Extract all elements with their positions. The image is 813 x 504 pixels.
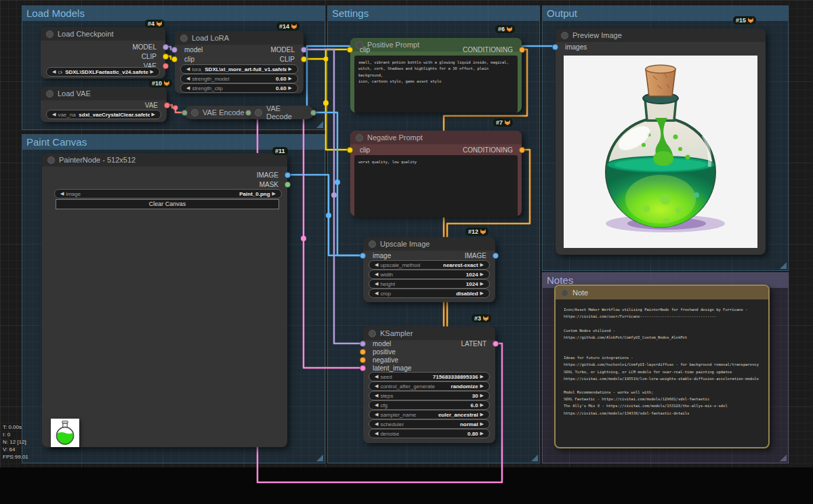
prompt-textarea[interactable]: small, vibrant potion bottle with a glow…	[354, 56, 518, 112]
collapse-dot[interactable]	[561, 289, 568, 297]
group-header[interactable]: Settings	[328, 6, 539, 21]
prev-value-arrow[interactable]: ◀	[375, 291, 378, 296]
widget-crop[interactable]: ◀ crop disabled ▶	[369, 289, 490, 298]
decrement-arrow[interactable]: ◀	[375, 402, 378, 408]
node-upscale-image[interactable]: Upscale Image image IMAGE ◀ upscale_meth…	[363, 237, 495, 302]
widget-steps[interactable]: ◀ steps 30 ▶	[369, 391, 490, 400]
port-negative-input[interactable]	[360, 357, 366, 363]
widget-cfg[interactable]: ◀ cfg 6.0 ▶	[369, 400, 490, 410]
port-image-input[interactable]	[360, 253, 366, 259]
widget-control-after-generate[interactable]: ◀ control_after_generate randomize ▶	[369, 381, 490, 391]
increment-arrow[interactable]: ▶	[480, 393, 484, 398]
port-clip-input[interactable]	[347, 147, 353, 153]
node-titlebar[interactable]: KSampler	[363, 327, 495, 340]
widget-sampler-name[interactable]: ◀ sampler_name euler_ancestral ▶	[369, 410, 490, 419]
node-ksampler[interactable]: KSampler model positive negative latent_…	[363, 327, 495, 443]
decrement-arrow[interactable]: ◀	[375, 281, 378, 287]
node-negative-prompt[interactable]: Negative Prompt clip CONDITIONING worst …	[350, 131, 522, 216]
widget-width[interactable]: ◀ width 1024 ▶	[369, 270, 490, 279]
widget-strength-model[interactable]: ◀ strength_model 0.60 ▶	[180, 74, 298, 83]
increment-arrow[interactable]: ▶	[480, 402, 484, 408]
decrement-arrow[interactable]: ◀	[375, 393, 378, 398]
collapse-dot[interactable]	[561, 32, 568, 39]
port-clip-input[interactable]	[171, 56, 178, 62]
node-graph-canvas[interactable]: Load Models Paint Canvas Settings Output…	[0, 0, 813, 504]
node-positive-prompt[interactable]: Positive Prompt clip CONDITIONING small,…	[350, 38, 522, 112]
increment-arrow[interactable]: ▶	[289, 76, 292, 81]
widget-denoise[interactable]: ◀ denoise 0.80 ▶	[369, 429, 490, 438]
collapse-dot[interactable]	[369, 240, 376, 248]
increment-arrow[interactable]: ▶	[480, 272, 484, 277]
widget-scheduler[interactable]: ◀ scheduler normal ▶	[369, 419, 490, 429]
group-resize-handle[interactable]	[780, 455, 787, 461]
widget-seed[interactable]: ◀ seed 715683338895336 ▶	[369, 372, 490, 381]
decrement-arrow[interactable]: ◀	[186, 76, 190, 81]
port-vae-output[interactable]	[164, 102, 170, 108]
increment-arrow[interactable]: ▶	[480, 374, 484, 379]
next-value-arrow[interactable]: ▶	[480, 262, 484, 268]
port-model-input[interactable]	[360, 341, 366, 347]
collapse-dot[interactable]	[46, 30, 54, 38]
port-latent-output[interactable]	[493, 341, 499, 347]
port-mask-output[interactable]	[285, 182, 291, 188]
port-image-output[interactable]	[493, 253, 499, 259]
port-model-output[interactable]	[301, 47, 307, 53]
prev-value-arrow[interactable]: ◀	[375, 421, 378, 427]
group-resize-handle[interactable]	[316, 121, 323, 128]
group-header[interactable]: Load Models	[22, 6, 325, 21]
prev-value-arrow[interactable]: ◀	[60, 191, 64, 196]
clear-canvas-button[interactable]: Clear Canvas	[56, 199, 279, 209]
next-value-arrow[interactable]: ▶	[480, 421, 484, 427]
next-value-arrow[interactable]: ▶	[152, 112, 155, 117]
group-resize-handle[interactable]	[780, 262, 787, 269]
node-preview-image[interactable]: Preview Image images	[556, 28, 766, 255]
group-resize-handle[interactable]	[316, 455, 323, 461]
port-images-input[interactable]	[552, 44, 558, 50]
widget-upscale-method[interactable]: ◀ upscale_method nearest-exact ▶	[369, 260, 490, 270]
widget-image-file[interactable]: ◀ image Paint_0.png ▶	[54, 189, 282, 198]
port-image-output[interactable]	[285, 172, 291, 178]
collapse-dot[interactable]	[47, 156, 55, 164]
widget-strength-clip[interactable]: ◀ strength_clip 0.60 ▶	[180, 83, 298, 93]
next-value-arrow[interactable]: ▶	[289, 66, 292, 72]
collapse-dot[interactable]	[46, 90, 54, 98]
node-vae-decode[interactable]: VAE Decode	[248, 106, 314, 119]
widget-vae-name[interactable]: ◀ vae_nam sdxl_vaeCrystalClear.safetenso…	[46, 110, 161, 119]
node-titlebar[interactable]: Load VAE	[41, 87, 167, 100]
node-load-lora[interactable]: Load LoRA model clip MODEL CLIP ◀ lora_ …	[175, 31, 304, 93]
port-vae-output[interactable]	[163, 63, 169, 69]
prev-value-arrow[interactable]: ◀	[375, 383, 378, 389]
increment-arrow[interactable]: ▶	[480, 431, 484, 436]
node-titlebar[interactable]: Negative Prompt	[350, 131, 522, 144]
prev-value-arrow[interactable]: ◀	[375, 262, 378, 268]
port-clip-output[interactable]	[163, 54, 169, 60]
port-model-output[interactable]	[163, 44, 169, 50]
port-model-input[interactable]	[171, 47, 178, 53]
note-text[interactable]: Icon/Asset Maker Workflow utilizing Pain…	[560, 302, 764, 443]
port-conditioning-output[interactable]	[519, 147, 525, 153]
prev-value-arrow[interactable]: ◀	[375, 412, 378, 417]
port-clip-input[interactable]	[347, 47, 353, 53]
next-value-arrow[interactable]: ▶	[480, 412, 484, 417]
port-latent-image-input[interactable]	[360, 365, 366, 371]
port-conditioning-output[interactable]	[519, 47, 525, 53]
node-titlebar[interactable]: Preview Image	[556, 28, 766, 42]
node-titlebar[interactable]: Load LoRA	[175, 31, 304, 45]
port-collapsed-inputs[interactable]	[182, 110, 188, 116]
next-value-arrow[interactable]: ▶	[480, 291, 484, 296]
node-titlebar[interactable]: Upscale Image	[363, 237, 495, 251]
prev-value-arrow[interactable]: ◀	[186, 66, 190, 72]
paint-canvas-thumbnail[interactable]	[51, 419, 79, 447]
next-value-arrow[interactable]: ▶	[150, 69, 154, 75]
collapse-dot[interactable]	[356, 134, 363, 142]
decrement-arrow[interactable]: ◀	[375, 272, 378, 277]
port-collapsed-inputs[interactable]	[245, 110, 251, 116]
increment-arrow[interactable]: ▶	[289, 85, 292, 91]
node-titlebar[interactable]: PainterNode - 512x512	[42, 153, 287, 167]
collapse-dot[interactable]	[369, 330, 376, 337]
node-load-vae[interactable]: Load VAE VAE ◀ vae_nam sdxl_vaeCrystalCl…	[41, 87, 167, 122]
decrement-arrow[interactable]: ◀	[186, 85, 190, 91]
prev-value-arrow[interactable]: ◀	[52, 69, 56, 75]
prompt-textarea[interactable]: worst quality, low quality	[354, 155, 518, 217]
node-titlebar[interactable]: Load Checkpoint	[41, 27, 165, 41]
